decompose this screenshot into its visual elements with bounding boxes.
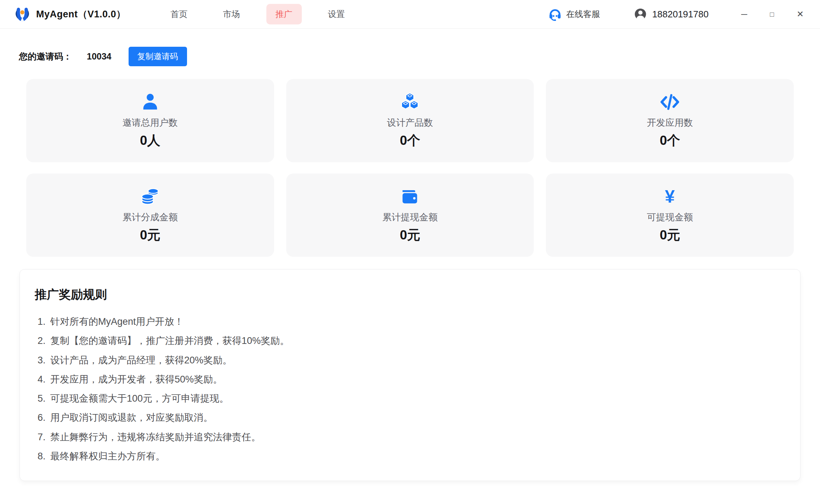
headset-icon: [548, 7, 562, 21]
nav-promotion[interactable]: 推广: [266, 4, 302, 24]
cubes-icon: [400, 92, 420, 112]
rule-item: 复制【您的邀请码】，推广注册并消费，获得10%奖励。: [48, 335, 786, 347]
rules-title: 推广奖励规则: [35, 287, 786, 303]
nav-home[interactable]: 首页: [162, 4, 197, 24]
rule-item: 可提现金额需大于100元，方可申请提现。: [48, 392, 786, 404]
stat-value: 0元: [400, 226, 420, 244]
stat-label: 设计产品数: [387, 117, 433, 129]
rule-item: 用户取消订阅或退款，对应奖励取消。: [48, 412, 786, 424]
stat-label: 开发应用数: [647, 117, 693, 129]
rules-card: 推广奖励规则 针对所有的MyAgent用户开放！ 复制【您的邀请码】，推广注册并…: [19, 269, 801, 481]
nav-market[interactable]: 市场: [214, 4, 249, 24]
rule-item: 针对所有的MyAgent用户开放！: [48, 316, 786, 328]
close-button[interactable]: ✕: [797, 10, 804, 18]
stat-value: 0元: [660, 226, 680, 244]
rule-item: 设计产品，成为产品经理，获得20%奖励。: [48, 354, 786, 366]
nav-settings[interactable]: 设置: [319, 4, 354, 24]
stat-card-invited-users: 邀请总用户数 0人: [26, 79, 274, 162]
user-icon: [140, 92, 160, 112]
brand: MyAgent（V1.0.0）: [13, 5, 126, 23]
online-service-button[interactable]: 在线客服: [548, 7, 600, 21]
main-nav: 首页 市场 推广 设置: [162, 4, 354, 24]
app-logo-icon: [13, 5, 31, 23]
copy-invite-code-button[interactable]: 复制邀请码: [129, 47, 187, 66]
account[interactable]: 18820191780: [634, 7, 708, 21]
stat-card-developed-apps: 开发应用数 0个: [546, 79, 794, 162]
stat-label: 累计提现金额: [382, 211, 437, 223]
maximize-button[interactable]: □: [770, 11, 774, 18]
stat-card-total-withdrawn: 累计提现金额 0元: [286, 174, 534, 257]
stat-value: 0元: [140, 226, 160, 244]
app-window: MyAgent（V1.0.0） 首页 市场 推广 设置 在线客服: [0, 0, 820, 504]
wallet-icon: [400, 186, 420, 207]
stat-card-withdrawable: ¥ 可提现金额 0元: [546, 174, 794, 257]
window-controls: ─ □ ✕: [741, 10, 804, 18]
rule-item: 开发应用，成为开发者，获得50%奖励。: [48, 373, 786, 385]
invite-row: 您的邀请码： 10034 复制邀请码: [19, 47, 820, 66]
rule-item: 最终解释权归主办方所有。: [48, 450, 786, 462]
stats-grid: 邀请总用户数 0人 设计产品数 0个: [26, 79, 794, 257]
stat-card-designed-products: 设计产品数 0个: [286, 79, 534, 162]
rules-list: 针对所有的MyAgent用户开放！ 复制【您的邀请码】，推广注册并消费，获得10…: [37, 316, 786, 462]
stat-label: 可提现金额: [647, 211, 693, 223]
coins-icon: [140, 186, 160, 207]
rule-item: 禁止舞弊行为，违规将冻结奖励并追究法律责任。: [48, 431, 786, 443]
invite-code-value: 10034: [87, 51, 112, 62]
stat-card-total-commission: 累计分成金额 0元: [26, 174, 274, 257]
app-title: MyAgent（V1.0.0）: [36, 8, 126, 21]
topbar: MyAgent（V1.0.0） 首页 市场 推广 设置 在线客服: [0, 0, 820, 29]
yen-icon: ¥: [660, 186, 680, 207]
invite-code-label: 您的邀请码：: [19, 51, 72, 62]
stat-label: 累计分成金额: [123, 211, 178, 223]
stat-value: 0个: [400, 132, 420, 149]
stat-label: 邀请总用户数: [123, 117, 178, 129]
minimize-button[interactable]: ─: [741, 10, 747, 18]
avatar-icon: [634, 7, 647, 21]
online-service-label: 在线客服: [566, 9, 600, 20]
stat-value: 0个: [660, 132, 680, 149]
code-icon: [660, 92, 680, 112]
stat-value: 0人: [140, 132, 160, 149]
phone-number: 18820191780: [652, 9, 708, 20]
